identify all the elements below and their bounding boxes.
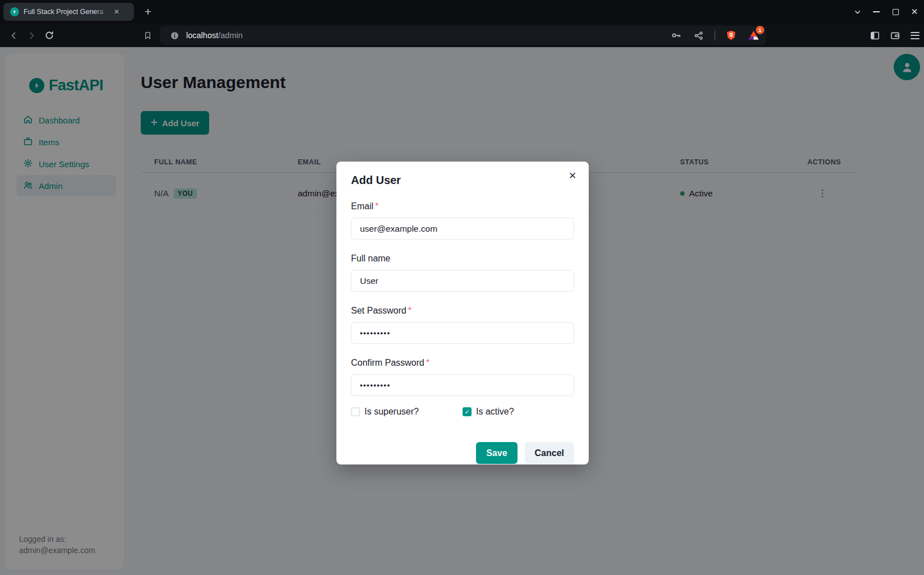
back-button[interactable]	[7, 29, 20, 42]
browser-window: Full Stack Project Genera ✕ + ✕	[0, 0, 924, 575]
maximize-button[interactable]	[887, 3, 904, 20]
rewards-notification-badge: 1	[756, 26, 764, 34]
browser-tab[interactable]: Full Stack Project Genera ✕	[3, 3, 134, 21]
toolbar-divider	[714, 31, 715, 40]
brave-shield-icon[interactable]	[724, 29, 738, 42]
new-tab-button[interactable]: +	[141, 4, 155, 19]
reload-button[interactable]	[43, 29, 56, 42]
is-active-label[interactable]: Is active?	[476, 407, 514, 417]
minimize-icon	[873, 11, 880, 12]
tab-search-chevron-icon[interactable]	[849, 3, 866, 20]
window-close-button[interactable]: ✕	[906, 3, 923, 20]
required-asterisk: *	[375, 201, 378, 211]
menu-icon[interactable]	[908, 29, 922, 42]
is-active-checkbox[interactable]: ✓ Is active?	[463, 407, 574, 417]
checkbox-unchecked-icon[interactable]: ✓	[351, 407, 360, 416]
is-superuser-checkbox[interactable]: ✓ Is superuser?	[351, 407, 463, 417]
tab-bar: Full Stack Project Genera ✕ + ✕	[0, 0, 924, 24]
brave-rewards-icon[interactable]: 1	[747, 29, 760, 42]
forward-button[interactable]	[25, 29, 38, 42]
tab-title: Full Stack Project Genera	[24, 8, 110, 16]
save-button[interactable]: Save	[476, 442, 517, 464]
key-icon[interactable]	[669, 29, 683, 42]
modal-title: Add User	[351, 173, 574, 187]
url-text: localhost/admin	[186, 31, 669, 40]
sidebar-toggle-icon[interactable]	[868, 29, 881, 42]
minimize-button[interactable]	[868, 3, 885, 20]
tab-close-icon[interactable]: ✕	[114, 8, 119, 16]
cancel-button[interactable]: Cancel	[525, 442, 574, 464]
email-field[interactable]	[351, 218, 574, 240]
email-label: Email*	[351, 201, 574, 211]
required-asterisk: *	[426, 358, 429, 367]
window-controls: ✕	[849, 0, 923, 24]
full-name-label: Full name	[351, 253, 574, 264]
bookmark-icon[interactable]	[141, 29, 154, 42]
browser-toolbar: localhost/admin 1	[0, 24, 924, 47]
url-host: localhost	[186, 31, 218, 40]
add-user-modal: Add User ✕ Email* Full name Set Password…	[336, 162, 589, 464]
set-password-field[interactable]	[351, 322, 574, 344]
full-name-field[interactable]	[351, 270, 574, 292]
modal-close-icon[interactable]: ✕	[564, 167, 581, 184]
required-asterisk: *	[408, 306, 412, 315]
is-superuser-label[interactable]: Is superuser?	[364, 407, 419, 417]
site-info-icon[interactable]	[168, 29, 181, 42]
modal-actions: Save Cancel	[351, 442, 574, 464]
confirm-password-label: Confirm Password*	[351, 357, 574, 368]
maximize-icon	[893, 9, 899, 15]
confirm-password-field[interactable]	[351, 374, 574, 396]
page-viewport: FastAPI Dashboard Items	[0, 47, 924, 575]
wallet-icon[interactable]	[888, 29, 902, 42]
url-path: /admin	[218, 31, 243, 40]
share-icon[interactable]	[692, 29, 705, 42]
url-bar[interactable]: localhost/admin 1	[160, 26, 766, 45]
checkbox-row: ✓ Is superuser? ✓ Is active?	[351, 407, 574, 417]
checkbox-checked-icon[interactable]: ✓	[463, 407, 472, 416]
set-password-label: Set Password*	[351, 305, 574, 316]
fastapi-favicon-icon	[10, 7, 19, 16]
